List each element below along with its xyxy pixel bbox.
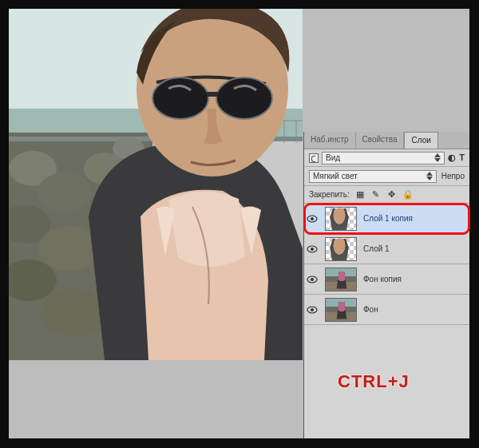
lock-transparency-icon[interactable]: ▦ xyxy=(354,189,366,200)
eye-icon xyxy=(307,215,318,223)
chevron-updown-icon xyxy=(434,153,441,162)
layer-row-selected[interactable]: Слой 1 копия xyxy=(304,204,469,234)
eye-icon xyxy=(307,306,318,314)
filter-kind-select[interactable]: Вид xyxy=(322,152,445,165)
photo-content xyxy=(9,9,303,360)
svg-point-7 xyxy=(38,226,99,271)
filter-type-icon[interactable] xyxy=(309,153,319,163)
blend-row: Мягкий свет Непро xyxy=(304,167,469,186)
eye-icon xyxy=(307,276,318,283)
eye-icon xyxy=(307,245,318,253)
visibility-toggle[interactable] xyxy=(304,306,320,314)
layer-row[interactable]: Фон копия xyxy=(304,264,469,295)
filter-type-buttons: ◐ T xyxy=(448,153,465,163)
layer-name[interactable]: Слой 1 копия xyxy=(362,214,469,223)
lock-label: Закрепить: xyxy=(309,190,350,199)
visibility-toggle[interactable] xyxy=(304,215,320,223)
svg-point-27 xyxy=(311,278,314,281)
blend-mode-select[interactable]: Мягкий свет xyxy=(309,170,437,183)
layer-thumbnail[interactable] xyxy=(325,207,357,231)
visibility-toggle[interactable] xyxy=(304,276,320,283)
layer-thumbnail[interactable] xyxy=(325,268,357,291)
blend-mode-value: Мягкий свет xyxy=(313,172,358,180)
opacity-label[interactable]: Непро xyxy=(441,172,465,180)
layer-name[interactable]: Слой 1 xyxy=(362,244,469,253)
svg-point-5 xyxy=(38,172,92,212)
tab-tools-presets[interactable]: Наб.инстр xyxy=(304,132,356,149)
layer-filter-row: Вид ◐ T xyxy=(304,149,469,167)
layers-panel: Наб.инстр Свойства Слои Вид ◐ T Мягкий с… xyxy=(303,132,469,438)
shortcut-annotation: CTRL+J xyxy=(338,371,410,392)
layer-list: Слой 1 копия Слой 1 Фон копия xyxy=(304,204,469,325)
tab-layers[interactable]: Слои xyxy=(404,132,437,149)
app-frame: Наб.инстр Свойства Слои Вид ◐ T Мягкий с… xyxy=(9,9,469,438)
visibility-toggle[interactable] xyxy=(304,245,320,253)
layer-name[interactable]: Фон xyxy=(362,305,469,314)
filter-pixel-icon[interactable]: ◐ xyxy=(448,153,456,163)
lock-position-icon[interactable]: ✥ xyxy=(386,189,398,200)
document-canvas[interactable] xyxy=(9,9,303,360)
svg-point-29 xyxy=(311,308,314,311)
svg-rect-21 xyxy=(207,92,218,97)
filter-kind-label: Вид xyxy=(326,153,340,162)
tab-properties[interactable]: Свойства xyxy=(356,132,405,149)
lock-row: Закрепить: ▦ ✎ ✥ 🔒 xyxy=(304,186,469,204)
filter-type-text-icon[interactable]: T xyxy=(459,153,465,163)
layer-row[interactable]: Слой 1 xyxy=(304,234,469,264)
layer-thumbnail[interactable] xyxy=(325,298,357,322)
svg-point-25 xyxy=(311,248,314,251)
svg-point-9 xyxy=(41,288,105,336)
svg-point-23 xyxy=(311,217,314,220)
layer-name[interactable]: Фон копия xyxy=(362,275,469,283)
lock-pixels-icon[interactable]: ✎ xyxy=(370,189,382,200)
layer-row[interactable]: Фон xyxy=(304,295,469,325)
layer-thumbnail[interactable] xyxy=(325,237,357,261)
chevron-updown-icon xyxy=(426,172,433,180)
lock-all-icon[interactable]: 🔒 xyxy=(402,189,414,200)
panel-tabbar: Наб.инстр Свойства Слои xyxy=(304,132,469,149)
